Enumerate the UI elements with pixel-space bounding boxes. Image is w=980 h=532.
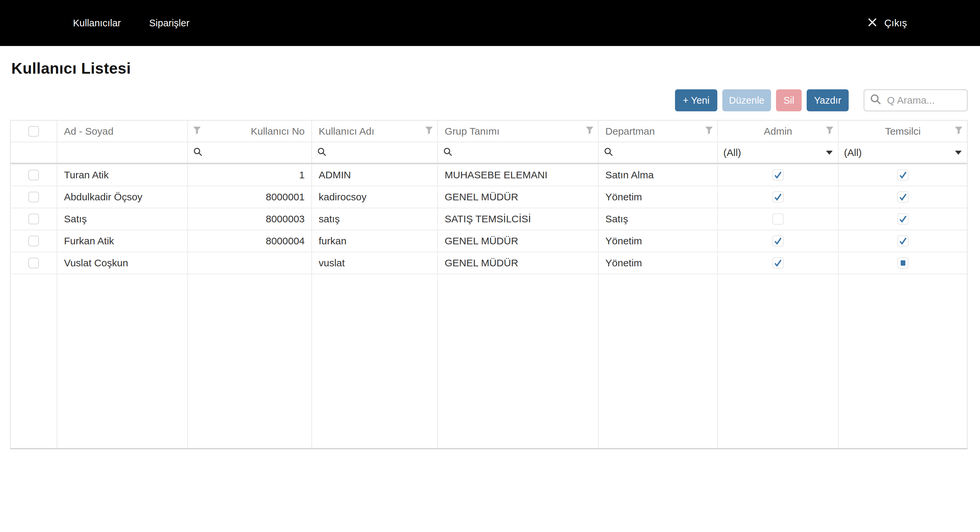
new-button[interactable]: + Yeni: [675, 89, 718, 111]
temsilci-checkbox[interactable]: [897, 235, 908, 247]
table-row[interactable]: Satış 8000003 satış SATIŞ TEMSİLCİSİ Sat…: [11, 208, 967, 230]
filter-cell-name[interactable]: [57, 142, 188, 162]
nav-item-kullanicilar[interactable]: Kullanıcılar: [73, 18, 121, 29]
cell-department: Yönetim: [599, 230, 718, 252]
global-search-input[interactable]: [887, 95, 961, 106]
filter-cell-group[interactable]: [438, 142, 599, 162]
cell-department: Satış: [599, 208, 718, 230]
print-button[interactable]: Yazdır: [807, 89, 849, 111]
top-navbar: Kullanıcılar Siparişler Çıkış: [0, 0, 980, 46]
cell-name: Vuslat Coşkun: [57, 252, 188, 274]
filter-select-admin[interactable]: (All): [723, 147, 833, 158]
temsilci-checkbox[interactable]: [897, 191, 908, 203]
row-checkbox[interactable]: [28, 192, 39, 202]
table-row[interactable]: Vuslat Coşkun vuslat GENEL MÜDÜR Yönetim: [11, 252, 967, 274]
admin-checkbox[interactable]: [772, 169, 784, 181]
filter-icon[interactable]: [955, 126, 963, 137]
filter-cell-username[interactable]: [312, 142, 438, 162]
filter-icon[interactable]: [825, 126, 834, 137]
cell-username: vuslat: [312, 252, 438, 274]
cell-username: satış: [312, 208, 438, 230]
cell-userno: 8000004: [188, 230, 312, 252]
logout-button[interactable]: Çıkış: [867, 17, 907, 29]
cell-name: Furkan Atik: [57, 230, 188, 252]
row-checkbox[interactable]: [28, 236, 39, 246]
temsilci-checkbox[interactable]: [897, 169, 908, 181]
search-icon: [193, 147, 203, 158]
cell-department: Yönetim: [599, 252, 718, 274]
header-cell-department[interactable]: Departman: [599, 121, 718, 142]
header-cell-username[interactable]: Kullanıcı Adı: [312, 121, 438, 142]
cell-group: SATIŞ TEMSİLCİSİ: [438, 208, 599, 230]
cell-username: kadirocsoy: [312, 186, 438, 208]
filter-icon[interactable]: [425, 126, 433, 137]
search-icon: [604, 147, 613, 158]
filter-cell-admin[interactable]: (All): [718, 142, 838, 162]
filter-cell-department[interactable]: [599, 142, 718, 162]
header-cell-name[interactable]: Ad - Soyad: [57, 121, 188, 142]
filter-cell-userno[interactable]: [188, 142, 312, 162]
cell-userno: [188, 252, 312, 274]
global-search-box[interactable]: [864, 89, 968, 111]
cell-username: ADMIN: [312, 164, 438, 186]
temsilci-checkbox[interactable]: [897, 257, 908, 269]
filter-cell-select: [11, 142, 57, 162]
cell-userno: 8000001: [188, 186, 312, 208]
filter-select-temsilci[interactable]: (All): [844, 147, 962, 158]
cell-userno: 1: [188, 164, 312, 186]
cell-group: GENEL MÜDÜR: [438, 230, 599, 252]
filter-input-department[interactable]: [617, 147, 712, 158]
logout-label: Çıkış: [885, 18, 907, 29]
cell-department: Satın Alma: [599, 164, 718, 186]
filter-icon[interactable]: [585, 126, 594, 137]
search-icon: [317, 147, 327, 158]
cell-userno: 8000003: [188, 208, 312, 230]
filter-cell-temsilci[interactable]: (All): [838, 142, 967, 162]
filter-input-name[interactable]: [63, 147, 182, 158]
page-title: Kullanıcı Listesi: [11, 59, 980, 77]
table-row[interactable]: Furkan Atik 8000004 furkan GENEL MÜDÜR Y…: [11, 230, 967, 252]
admin-checkbox[interactable]: [772, 213, 784, 225]
chevron-down-icon: [955, 151, 962, 155]
row-checkbox[interactable]: [28, 258, 39, 268]
cell-name: Turan Atik: [57, 164, 188, 186]
filter-input-group[interactable]: [457, 147, 593, 158]
delete-button[interactable]: Sil: [776, 89, 802, 111]
cell-username: furkan: [312, 230, 438, 252]
temsilci-checkbox[interactable]: [897, 213, 908, 225]
toolbar: + Yeni Düzenle Sil Yazdır: [0, 89, 980, 111]
search-icon: [443, 147, 453, 158]
admin-checkbox[interactable]: [772, 235, 784, 247]
header-cell-select-all[interactable]: [11, 121, 57, 142]
header-cell-admin[interactable]: Admin: [718, 121, 838, 142]
grid-filter-row: (All) (All): [11, 142, 967, 164]
nav-item-siparisler[interactable]: Siparişler: [149, 18, 189, 29]
select-all-checkbox[interactable]: [28, 126, 39, 137]
filter-input-username[interactable]: [331, 147, 432, 158]
edit-button[interactable]: Düzenle: [722, 89, 771, 111]
user-grid: Ad - Soyad Kullanıcı No Kullanıcı Adı Gr…: [10, 120, 968, 449]
grid-empty-area: [11, 274, 967, 448]
row-checkbox[interactable]: [28, 170, 39, 180]
cell-group: MUHASEBE ELEMANI: [438, 164, 599, 186]
filter-input-userno[interactable]: [207, 147, 306, 158]
grid-header-row: Ad - Soyad Kullanıcı No Kullanıcı Adı Gr…: [11, 121, 967, 142]
admin-checkbox[interactable]: [772, 257, 784, 269]
cell-name: Abdulkadir Öçsoy: [57, 186, 188, 208]
filter-icon[interactable]: [192, 126, 201, 137]
filter-icon[interactable]: [705, 126, 713, 137]
header-cell-group[interactable]: Grup Tanımı: [438, 121, 599, 142]
cell-name: Satış: [57, 208, 188, 230]
chevron-down-icon: [826, 151, 833, 155]
header-cell-userno[interactable]: Kullanıcı No: [188, 121, 312, 142]
table-row[interactable]: Turan Atik 1 ADMIN MUHASEBE ELEMANI Satı…: [11, 164, 967, 186]
close-icon: [867, 17, 878, 29]
header-cell-temsilci[interactable]: Temsilci: [838, 121, 967, 142]
table-row[interactable]: Abdulkadir Öçsoy 8000001 kadirocsoy GENE…: [11, 186, 967, 208]
search-icon: [870, 94, 882, 107]
cell-group: GENEL MÜDÜR: [438, 252, 599, 274]
nav-menu: Kullanıcılar Siparişler: [73, 18, 189, 29]
admin-checkbox[interactable]: [772, 191, 784, 203]
row-checkbox[interactable]: [28, 213, 39, 225]
cell-department: Yönetim: [599, 186, 718, 208]
